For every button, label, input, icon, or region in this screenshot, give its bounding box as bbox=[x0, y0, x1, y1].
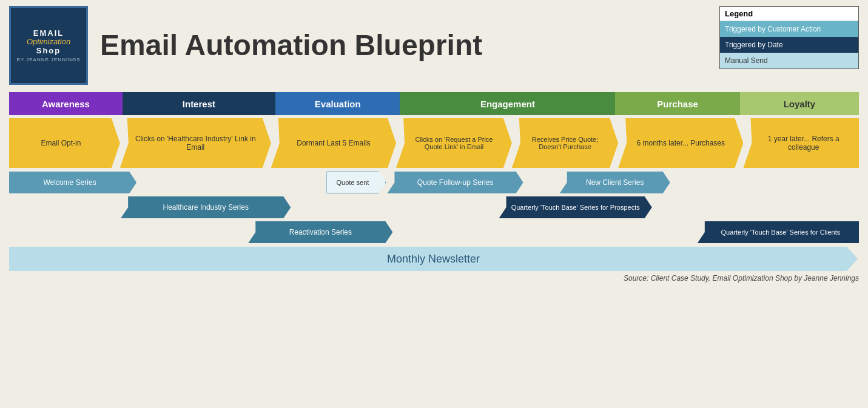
legend: Legend Triggered by Customer Action Trig… bbox=[719, 6, 859, 69]
trigger-refers: 1 year later... Refers a colleague bbox=[743, 118, 859, 168]
logo-byline: BY JEANNE JENNINGS bbox=[17, 57, 81, 62]
trigger-healthcare: Clicks on 'Healthcare Industry' Link in … bbox=[120, 118, 271, 168]
logo-email: EMAIL bbox=[33, 28, 64, 38]
trigger-opt-in: Email Opt-in bbox=[9, 118, 120, 168]
logo-shop: Shop bbox=[36, 46, 61, 55]
phases-row: Awareness Interest Evaluation Engagement… bbox=[9, 92, 859, 115]
healthcare-industry-series: Healthcare Industry Series bbox=[121, 196, 291, 218]
trigger-purchases: 6 months later... Purchases bbox=[618, 118, 743, 168]
series-row-1: Welcome Series Quote sent Quote Follow-u… bbox=[9, 172, 859, 193]
legend-manual-send: Manual Send bbox=[720, 53, 858, 69]
legend-title: Legend bbox=[720, 7, 858, 21]
triggers-row: Email Opt-in Clicks on 'Healthcare Indus… bbox=[9, 118, 859, 168]
phase-loyalty: Loyalty bbox=[740, 92, 859, 115]
logo-optimization: Optimization bbox=[27, 38, 70, 46]
phase-evaluation: Evaluation bbox=[275, 92, 400, 115]
trigger-receives-quote: Receives Price Quote; Doesn't Purchase bbox=[512, 118, 618, 168]
phase-interest: Interest bbox=[123, 92, 275, 115]
phase-purchase: Purchase bbox=[615, 92, 739, 115]
phase-awareness: Awareness bbox=[9, 92, 123, 115]
legend-customer-action: Triggered by Customer Action bbox=[720, 21, 858, 37]
logo: EMAIL Optimization Shop BY JEANNE JENNIN… bbox=[9, 6, 88, 85]
legend-triggered-date: Triggered by Date bbox=[720, 37, 858, 53]
phase-engagement: Engagement bbox=[400, 92, 615, 115]
series-row-2: Healthcare Industry Series Quarterly 'To… bbox=[9, 196, 859, 218]
quote-sent: Quote sent bbox=[326, 172, 386, 193]
main-container: EMAIL Optimization Shop BY JEANNE JENNIN… bbox=[0, 0, 868, 408]
welcome-series: Welcome Series bbox=[9, 172, 136, 193]
trigger-request-quote: Clicks on 'Request a Price Quote Link' i… bbox=[396, 118, 512, 168]
new-client-series: New Client Series bbox=[560, 172, 670, 193]
series-row-3: Reactivation Series Quarterly 'Touch Bas… bbox=[9, 221, 859, 243]
source-text: Source: Client Case Study, Email Optimiz… bbox=[9, 274, 859, 283]
quote-followup-series: Quote Follow-up Series bbox=[387, 172, 523, 193]
newsletter-bar: Monthly Newsletter bbox=[9, 247, 858, 271]
quarterly-touchbase-prospects: Quarterly 'Touch Base' Series for Prospe… bbox=[499, 196, 652, 218]
trigger-dormant: Dormant Last 5 Emails bbox=[271, 118, 396, 168]
quarterly-touchbase-clients: Quarterly 'Touch Base' Series for Client… bbox=[698, 221, 859, 243]
diagram-area: Awareness Interest Evaluation Engagement… bbox=[9, 92, 859, 283]
reactivation-series: Reactivation Series bbox=[248, 221, 392, 243]
